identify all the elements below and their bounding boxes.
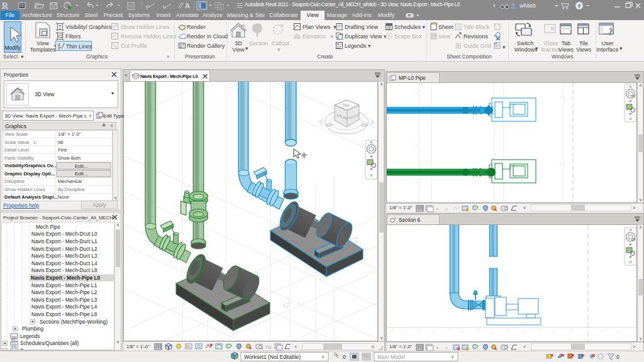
svg-text:A: A [185,2,190,9]
svg-text:Navis Export - Mech-Duct L3: Navis Export - Mech-Duct L3 [31,253,97,259]
svg-text:Main Model: Main Model [377,354,405,360]
svg-text:∨: ∨ [321,354,325,359]
svg-text:×: × [436,345,439,351]
svg-text:Show Hidden Lines: Show Hidden Lines [4,187,45,192]
svg-text:By Discipline: By Discipline [58,187,85,192]
svg-text:?: ? [577,3,581,9]
svg-text:Edit...: Edit... [75,163,87,169]
svg-text:Visibility/Graphics Ov...: Visibility/Graphics Ov... [4,163,57,168]
svg-text:Default Analysis Displ...: Default Analysis Displ... [4,194,58,200]
svg-text:Navis Export - Mech-Duct L1: Navis Export - Mech-Duct L1 [31,239,97,244]
svg-text:Navis Export - Mech-Pipe L4: Navis Export - Mech-Pipe L4 [31,304,97,310]
svg-text:✕: ✕ [550,353,554,358]
svg-text:Reports: Reports [20,348,38,350]
svg-text:Navis Export - Mech-Duct L2: Navis Export - Mech-Duct L2 [31,246,97,252]
svg-text:2D: 2D [631,94,636,98]
svg-text:1/8" = 1'-0": 1/8" = 1'-0" [58,131,81,137]
svg-text::0: :0 [615,354,619,360]
svg-text:✕: ✕ [592,353,596,358]
svg-text:✕: ✕ [561,353,565,358]
svg-text:∨: ∨ [114,195,117,200]
svg-text:Navis Export - Mech-Pipe L1: Navis Export - Mech-Pipe L1 [31,283,97,288]
svg-text:Mechanical: Mechanical [58,178,82,184]
svg-text:✕: ✕ [571,353,575,358]
svg-text:96: 96 [58,140,63,145]
svg-text:Plumbing: Plumbing [22,326,44,332]
svg-text:Sections (MechPipe-Working): Sections (MechPipe-Working) [40,319,108,325]
svg-text:Workset1 (Not Editable): Workset1 (Not Editable) [244,354,301,360]
svg-text:Navis Export - Mech-Pipe L3: Navis Export - Mech-Pipe L3 [31,297,97,303]
svg-text:Navis Export - Mech-Dcut L0: Navis Export - Mech-Dcut L0 [31,231,97,237]
svg-text:.x: .x [444,206,448,212]
svg-text::0: :0 [341,354,346,360]
svg-text:Scale Value 1:: Scale Value 1: [4,140,37,145]
svg-text:×: × [436,206,439,212]
svg-text:Mech Pipe: Mech Pipe [36,224,60,230]
svg-text:Show Both: Show Both [58,155,80,161]
svg-text:Navis Export - Mech-Pipe L0: Navis Export - Mech-Pipe L0 [31,275,101,281]
svg-text:View Scale: View Scale [4,131,28,137]
svg-text:Schedules/Quantities (all): Schedules/Quantities (all) [20,341,79,346]
svg-text:Navis Export - Mech-Duct L8: Navis Export - Mech-Duct L8 [31,268,97,273]
svg-text:2D: 2D [631,238,636,241]
svg-text:Edit...: Edit... [75,171,87,177]
svg-text:.x: .x [444,345,448,351]
svg-text:Legends: Legends [20,334,40,339]
svg-text:Detail Level: Detail Level [4,147,30,153]
svg-text:None: None [58,194,69,200]
svg-text:Discipline: Discipline [4,178,25,184]
svg-text:Navis Export - Mech-Pipe L2: Navis Export - Mech-Pipe L2 [31,290,97,295]
svg-text:R: R [2,1,9,11]
svg-text:Navis Export - Mech-Duct L4: Navis Export - Mech-Duct L4 [31,261,97,266]
svg-text:whiteb: whiteb [519,3,536,9]
svg-text:Graphic Display Opti...: Graphic Display Opti... [4,171,55,177]
svg-text:FB: FB [265,344,272,350]
svg-text:✕: ✕ [581,353,585,358]
svg-text:Navis Export - Mech-Pipe L8: Navis Export - Mech-Pipe L8 [31,312,97,317]
svg-text:Fine: Fine [58,147,67,153]
svg-text:Parts Visibility: Parts Visibility [4,155,34,161]
svg-text:∨: ∨ [451,354,454,359]
